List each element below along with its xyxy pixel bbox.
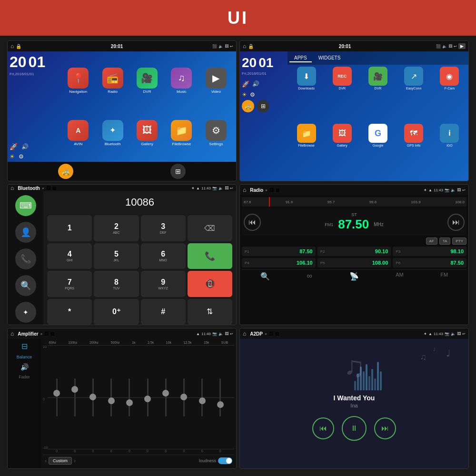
- eq-slider-2.5k[interactable]: [147, 378, 149, 416]
- app-navigation[interactable]: 📍 Navigation: [62, 55, 94, 106]
- preset-p3[interactable]: P3 98.10: [393, 247, 466, 256]
- key-6[interactable]: 6MNO: [141, 243, 186, 269]
- eq-val-2: 0: [74, 449, 76, 453]
- radio-bt-icon: ✦: [424, 188, 427, 192]
- app-gallery[interactable]: 🖼 Gallery: [131, 108, 163, 158]
- grid-icon[interactable]: ⊞: [170, 164, 186, 179]
- app2-dvr2[interactable]: 🎥 DVR: [361, 67, 395, 122]
- viz-bar-9: [377, 362, 379, 390]
- key-swap[interactable]: ⇅: [188, 299, 232, 325]
- apps-store-icon[interactable]: ▶: [458, 43, 466, 49]
- key-1[interactable]: 1: [47, 215, 92, 241]
- preset-p1[interactable]: P1 87.50: [242, 247, 316, 256]
- app2-gpsinfo[interactable]: 🗺 GPS Info: [397, 124, 431, 179]
- fader-label[interactable]: Fader: [19, 375, 30, 379]
- eq-scale-10: 10: [43, 345, 47, 348]
- app2-downloads[interactable]: ⬇ Downloads: [289, 67, 323, 122]
- app-avin[interactable]: A AVIN: [62, 108, 94, 158]
- eq-next-btn[interactable]: ›: [74, 457, 76, 464]
- eq-preset-label[interactable]: Custom: [49, 457, 72, 465]
- app-settings[interactable]: ⚙ Settings: [200, 108, 232, 158]
- key-8[interactable]: 8TUV: [94, 271, 139, 297]
- tab-apps[interactable]: APPS: [289, 54, 312, 62]
- eq-slider-10k[interactable]: [165, 378, 167, 416]
- app2-filebrowse[interactable]: 📁 FileBrowse: [289, 124, 323, 179]
- app2-google[interactable]: G Google: [361, 124, 395, 179]
- taxi-icon[interactable]: 🚕: [58, 164, 73, 179]
- bt-search-btn[interactable]: 🔍: [15, 275, 36, 296]
- app2-gallery[interactable]: 🖼 Gallery: [325, 124, 359, 179]
- bt-bluetooth-btn[interactable]: ✦: [15, 302, 36, 323]
- amp-vol-ctrl-icon[interactable]: 🔊: [20, 363, 29, 371]
- key-2[interactable]: 2ABC: [94, 215, 139, 241]
- app2-dvr-rec[interactable]: REC DVR: [325, 67, 359, 122]
- music-controls: ⏮ ⏸ ⏭: [312, 416, 396, 441]
- app-music[interactable]: ♫ Music: [165, 55, 198, 106]
- preset-p2[interactable]: P2 90.10: [317, 247, 391, 256]
- bt-dialer-main: 10086 1 2ABC 3DEF ⌫ 4GHI 5JKL 6MNO 📞 7PQ…: [43, 191, 236, 325]
- preset-p5[interactable]: P5 108.00: [317, 258, 391, 268]
- bt-keypad-btn[interactable]: ⌨: [15, 195, 36, 216]
- fb2-icon: 📁: [297, 124, 316, 143]
- eq-slider-12.5k[interactable]: [183, 378, 185, 416]
- radio-pty-btn[interactable]: PTY: [452, 238, 466, 245]
- bt-contacts-btn[interactable]: 👤: [15, 222, 36, 243]
- key-3[interactable]: 3DEF: [141, 215, 186, 241]
- radio-am-btn[interactable]: AM: [396, 272, 404, 281]
- eq-slider-500hz[interactable]: [110, 378, 112, 416]
- settings-label: Settings: [209, 142, 223, 146]
- radio-bookmark-icon[interactable]: ∞: [307, 272, 312, 281]
- key-7[interactable]: 7PQRS: [47, 271, 92, 297]
- app2-easyconn[interactable]: ↗ EasyConn: [397, 67, 431, 122]
- key-0[interactable]: 0⁺: [94, 299, 139, 325]
- radio-ta-btn[interactable]: TA: [439, 238, 451, 245]
- app-video[interactable]: ▶ Video: [200, 55, 232, 106]
- eq-slider-200hz[interactable]: [92, 378, 94, 416]
- app2-fcam[interactable]: ◉ F-Cam: [433, 67, 466, 122]
- eq-line-bottom: [48, 449, 234, 449]
- key-star[interactable]: *: [47, 299, 92, 325]
- eq-slider-15k[interactable]: [201, 378, 203, 416]
- loudness-toggle[interactable]: [218, 457, 232, 464]
- preset-p4[interactable]: P4 106.10: [242, 258, 316, 268]
- app2-igo[interactable]: i iGO: [433, 124, 466, 179]
- key-hash[interactable]: #: [141, 299, 186, 325]
- radio-af-btn[interactable]: AF: [426, 238, 437, 245]
- apps-grid-icon[interactable]: ⊞: [257, 100, 269, 112]
- key-4[interactable]: 4GHI: [47, 243, 92, 269]
- key-del[interactable]: ⌫: [188, 215, 232, 241]
- loudness-label: loudness: [199, 458, 216, 463]
- radio-antenna-icon[interactable]: 📡: [349, 272, 359, 281]
- eq-slider-100hz[interactable]: [74, 378, 76, 416]
- key-hangup[interactable]: 📵: [188, 271, 232, 297]
- a2dp-vol-icon: 🔈: [451, 332, 456, 336]
- app-bluetooth[interactable]: ✦ Bluetooth: [96, 108, 129, 158]
- dvr-rec-icon: REC: [333, 67, 352, 86]
- prev-track-btn[interactable]: ⏮: [312, 417, 334, 439]
- eq-sliders-icon[interactable]: ⊟: [21, 342, 28, 351]
- bt-keypad: 1 2ABC 3DEF ⌫ 4GHI 5JKL 6MNO 📞 7PQRS 8TU…: [43, 213, 236, 325]
- eq-prev-btn[interactable]: ‹: [45, 457, 47, 464]
- key-call[interactable]: 📞: [188, 243, 232, 269]
- radio-prev-btn[interactable]: ⏮: [244, 214, 261, 231]
- radio-fm-btn[interactable]: FM: [440, 272, 448, 281]
- eq-slider-sub[interactable]: [219, 378, 221, 416]
- key-9[interactable]: 9WXYZ: [141, 271, 186, 297]
- bt-recents-btn[interactable]: 📞: [15, 248, 36, 269]
- app-filebrowser[interactable]: 📁 FileBrowse: [165, 108, 198, 158]
- next-track-btn[interactable]: ⏭: [374, 417, 396, 439]
- eq-slider-60hz[interactable]: [56, 378, 58, 416]
- preset-p6[interactable]: P6 87.50: [393, 258, 466, 268]
- play-pause-btn[interactable]: ⏸: [342, 416, 367, 441]
- eq-slider-1k[interactable]: [129, 378, 130, 416]
- key-5[interactable]: 5JKL: [94, 243, 139, 269]
- radio-next-btn[interactable]: ⏭: [447, 214, 465, 231]
- radio-search-icon[interactable]: 🔍: [260, 272, 270, 281]
- balance-label[interactable]: Balance: [17, 355, 32, 359]
- nav-icon: 📍: [68, 68, 89, 89]
- viz-bar-7: [371, 369, 373, 390]
- app-dvr[interactable]: 🎥 DVR: [131, 55, 163, 106]
- app-radio[interactable]: 📻 Radio: [96, 55, 129, 106]
- apps-taxi-icon[interactable]: 🚕: [242, 100, 254, 112]
- tab-widgets[interactable]: WIDGETS: [314, 54, 346, 62]
